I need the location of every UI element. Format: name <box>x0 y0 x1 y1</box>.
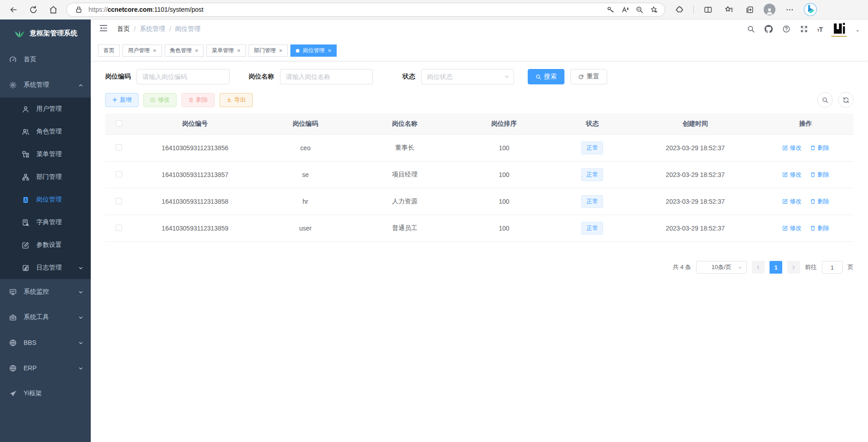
profile-avatar-icon[interactable] <box>764 4 775 15</box>
github-icon[interactable] <box>764 25 773 34</box>
row-edit-link[interactable]: 修改 <box>782 171 802 179</box>
sidebar-collapse-icon[interactable] <box>99 24 110 34</box>
row-delete-link[interactable]: 删除 <box>810 197 829 206</box>
chevron-up-icon <box>78 82 83 88</box>
tab-home[interactable]: 首页 <box>98 44 120 57</box>
edit-button[interactable]: 修改 <box>143 93 177 107</box>
lock-icon[interactable] <box>72 3 85 16</box>
status-select[interactable] <box>421 69 514 84</box>
delete-button[interactable]: 删除 <box>181 93 215 107</box>
row-checkbox[interactable] <box>116 198 122 204</box>
sidebar-item-dict-mgmt[interactable]: 字典管理 <box>0 211 91 234</box>
chevron-down-icon <box>78 340 83 345</box>
app-logo[interactable]: 意框架管理系统 <box>0 20 91 47</box>
row-delete-link[interactable]: 删除 <box>810 171 829 179</box>
sidebar-item-role-mgmt[interactable]: 角色管理 <box>0 120 91 143</box>
sidebar-item-home[interactable]: 首页 <box>0 47 91 72</box>
row-edit-link[interactable]: 修改 <box>782 224 802 232</box>
sidebar-item-post-mgmt[interactable]: 岗位管理 <box>0 188 91 211</box>
post-code-input[interactable] <box>137 69 230 84</box>
sidebar-item-param-settings[interactable]: 参数设置 <box>0 234 91 256</box>
sidebar-item-menu-mgmt[interactable]: 菜单管理 <box>0 143 91 166</box>
export-button[interactable]: 导出 <box>220 93 253 107</box>
breadcrumb-system[interactable]: 系统管理 <box>140 25 165 33</box>
table-row[interactable]: 1641030593112313856 ceo 董事长 100 正常 2023-… <box>105 135 853 162</box>
url-text[interactable]: https://ccnetcore.com:1101/system/post <box>88 6 602 13</box>
table-row[interactable]: 1641030593112313859 user 普通员工 100 正常 202… <box>105 215 853 242</box>
select-all-checkbox[interactable] <box>116 120 122 127</box>
reset-button[interactable]: 重置 <box>570 69 607 84</box>
tab-user-mgmt[interactable]: 用户管理× <box>123 44 162 57</box>
sidebar-item-system-mgmt[interactable]: 系统管理 <box>0 72 91 98</box>
status-select-input[interactable] <box>421 69 514 84</box>
user-avatar-yi-logo[interactable] <box>831 21 847 37</box>
search-icon[interactable] <box>746 25 755 34</box>
collections-icon[interactable] <box>743 3 756 16</box>
tab-dept-mgmt[interactable]: 部门管理× <box>249 44 288 57</box>
sidebar-item-system-monitor[interactable]: 系统监控 <box>0 279 91 304</box>
prev-page-button[interactable] <box>752 261 765 274</box>
log-edit-icon <box>22 264 30 272</box>
row-checkbox[interactable] <box>116 144 122 151</box>
password-key-icon[interactable] <box>604 3 617 16</box>
fullscreen-icon[interactable] <box>799 25 809 34</box>
page-number-1[interactable]: 1 <box>770 261 782 274</box>
table-row[interactable]: 1641030593112313857 se 项目经理 100 正常 2023-… <box>105 162 853 188</box>
add-button[interactable]: 新增 <box>105 93 138 107</box>
sidebar-item-bbs[interactable]: BBS <box>0 330 91 355</box>
refresh-icon[interactable] <box>26 3 40 16</box>
status-badge: 正常 <box>581 168 603 181</box>
zoom-out-icon[interactable] <box>633 3 646 16</box>
home-icon[interactable] <box>46 3 60 16</box>
split-screen-icon[interactable] <box>701 3 715 16</box>
goto-page-input[interactable] <box>822 261 843 274</box>
post-name-input[interactable] <box>280 69 373 84</box>
favorites-bar-icon[interactable] <box>722 3 736 16</box>
cell-post-sort: 100 <box>456 162 552 188</box>
sidebar-item-erp[interactable]: ERP <box>0 355 91 381</box>
next-page-button[interactable] <box>787 261 800 274</box>
back-icon[interactable] <box>6 3 20 16</box>
cell-post-id: 1641030593112313857 <box>132 162 258 188</box>
caret-down-icon[interactable] <box>855 27 860 31</box>
tab-role-mgmt[interactable]: 角色管理× <box>165 44 204 57</box>
sidebar-item-dept-mgmt[interactable]: 部门管理 <box>0 166 91 188</box>
page-size-select[interactable]: 10条/页 <box>696 261 747 274</box>
help-question-icon[interactable] <box>782 25 791 34</box>
sidebar-item-system-tools[interactable]: 系统工具 <box>0 304 91 330</box>
chevron-right-icon <box>791 265 796 270</box>
address-bar[interactable]: https://ccnetcore.com:1101/system/post <box>66 3 665 17</box>
top-header: 首页 / 系统管理 / 岗位管理 тT <box>91 20 868 39</box>
cell-post-name: 董事长 <box>353 135 456 162</box>
close-icon[interactable]: × <box>195 48 199 54</box>
chevron-down-icon <box>737 265 743 270</box>
close-icon[interactable]: × <box>279 48 283 54</box>
bing-chat-icon[interactable] <box>804 3 817 16</box>
read-aloud-icon[interactable] <box>618 3 631 16</box>
row-delete-link[interactable]: 删除 <box>810 224 829 232</box>
row-checkbox[interactable] <box>116 171 122 177</box>
sidebar-item-user-mgmt[interactable]: 用户管理 <box>0 98 91 120</box>
tab-menu-mgmt[interactable]: 菜单管理× <box>206 44 246 57</box>
add-favorite-star-icon[interactable] <box>647 3 660 16</box>
row-edit-link[interactable]: 修改 <box>782 197 802 206</box>
refresh-table-button[interactable] <box>838 92 853 108</box>
extensions-puzzle-icon[interactable] <box>672 3 686 16</box>
tab-post-mgmt[interactable]: 岗位管理× <box>290 44 337 57</box>
more-options-icon[interactable] <box>783 3 796 16</box>
breadcrumb-home[interactable]: 首页 <box>117 25 130 33</box>
cell-post-code: ceo <box>258 135 353 162</box>
show-search-toggle-button[interactable] <box>817 92 833 108</box>
sidebar-item-yi-framework[interactable]: Yi框架 <box>0 381 91 406</box>
table-row[interactable]: 1641030593112313858 hr 人力资源 100 正常 2023-… <box>105 188 853 215</box>
close-icon[interactable]: × <box>328 48 331 54</box>
row-checkbox[interactable] <box>116 225 122 231</box>
close-icon[interactable]: × <box>237 48 240 54</box>
sidebar-item-log-mgmt[interactable]: 日志管理 <box>0 256 91 279</box>
close-icon[interactable]: × <box>153 48 157 54</box>
search-button[interactable]: 搜索 <box>528 69 564 84</box>
font-size-icon[interactable]: тT <box>817 25 823 33</box>
row-delete-link[interactable]: 删除 <box>810 144 829 152</box>
row-edit-link[interactable]: 修改 <box>782 144 802 152</box>
tab-label: 岗位管理 <box>303 47 324 54</box>
